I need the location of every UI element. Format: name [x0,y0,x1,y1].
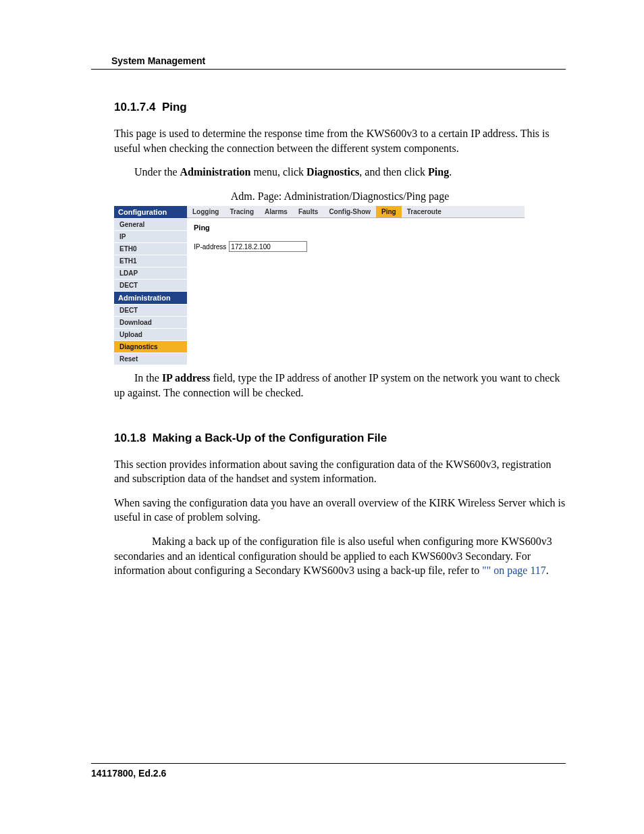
tab-ping[interactable]: Ping [376,206,402,217]
paragraph: This section provides information about … [114,457,566,486]
sidebar-item-reset[interactable]: Reset [114,353,187,365]
content-title: Ping [194,224,518,232]
section-heading-backup: 10.1.8 Making a Back-Up of the Configura… [114,432,566,445]
sidebar-item-diagnostics[interactable]: Diagnostics [114,341,187,353]
sidebar-item-upload[interactable]: Upload [114,329,187,341]
tab-traceroute[interactable]: Traceroute [402,206,447,217]
sidebar-section-configuration: Configuration [114,206,187,219]
section-number: 10.1.7.4 [114,101,155,113]
content-panel: Ping IP-address [187,218,525,257]
paragraph: Making a back up of the configuration fi… [114,534,566,578]
sidebar-item-eth1[interactable]: ETH1 [114,255,187,267]
section-heading-ping: 10.1.7.4 Ping [114,101,566,114]
sidebar-item-ip[interactable]: IP [114,231,187,243]
page-header: System Management [91,55,566,70]
page-link-117[interactable]: "" on page 117 [482,565,546,576]
ip-address-row: IP-address [194,241,518,252]
page-footer: 14117800, Ed.2.6 [91,763,566,779]
figure-caption: Adm. Page: Administration/Diagnostics/Pi… [114,189,566,204]
section-title: Ping [162,101,187,113]
tab-faults[interactable]: Faults [293,206,323,217]
section-number: 10.1.8 [114,432,146,444]
admin-page-screenshot: Configuration General IP ETH0 ETH1 LDAP … [114,206,525,365]
paragraph: This page is used to determine the respo… [114,126,566,155]
sidebar-section-administration: Administration [114,292,187,305]
sidebar-item-ldap[interactable]: LDAP [114,267,187,280]
ip-address-label: IP-address [194,243,226,251]
sidebar-item-download[interactable]: Download [114,317,187,329]
sidebar: Configuration General IP ETH0 ETH1 LDAP … [114,206,187,365]
paragraph: In the IP address field, type the IP add… [114,371,566,400]
main-area: Logging Tracing Alarms Faults Config-Sho… [187,206,525,365]
section-title: Making a Back-Up of the Configuration Fi… [153,432,387,444]
paragraph: When saving the configuration data you h… [114,496,566,525]
paragraph: Under the Administration menu, click Dia… [114,165,566,180]
ip-address-input[interactable] [229,241,307,252]
tabs: Logging Tracing Alarms Faults Config-Sho… [187,206,525,218]
tab-tracing[interactable]: Tracing [224,206,259,217]
sidebar-item-general[interactable]: General [114,219,187,231]
tab-logging[interactable]: Logging [187,206,224,217]
sidebar-item-dect-admin[interactable]: DECT [114,305,187,317]
tab-alarms[interactable]: Alarms [259,206,293,217]
tab-config-show[interactable]: Config-Show [323,206,376,217]
sidebar-item-eth0[interactable]: ETH0 [114,243,187,255]
sidebar-item-dect[interactable]: DECT [114,280,187,292]
